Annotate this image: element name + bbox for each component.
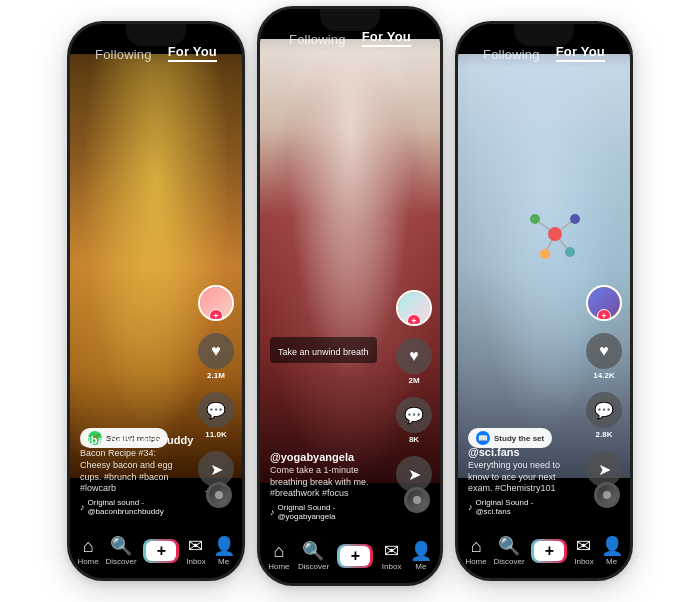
discover-icon-right: 🔍 xyxy=(498,537,520,555)
avatar-right[interactable]: + xyxy=(586,285,622,321)
comment-icon-center[interactable]: 💬 xyxy=(396,397,432,433)
like-action-center[interactable]: ♥ 2M xyxy=(396,338,432,385)
me-icon-left: 👤 xyxy=(213,537,235,555)
tab-following-center[interactable]: Following xyxy=(289,32,346,47)
avatar-left[interactable]: + xyxy=(198,285,234,321)
nav-inbox-right[interactable]: ✉ Inbox xyxy=(574,537,594,566)
avatar-add-icon-center[interactable]: + xyxy=(407,314,421,326)
username-left[interactable]: @baconbrunchbuddy xyxy=(80,434,178,446)
like-count-left: 2.1M xyxy=(207,371,225,380)
username-center[interactable]: @yogabyangela xyxy=(270,451,376,463)
sound-row-center: ♪ Original Sound - @yogabyangela xyxy=(270,503,376,521)
tab-foryou-right[interactable]: For You xyxy=(556,44,605,62)
avatar-action-left[interactable]: + xyxy=(198,285,234,321)
heart-icon-center[interactable]: ♥ xyxy=(396,338,432,374)
right-actions-left: + ♥ 2.1M 💬 11.0K ➤ 76.1K xyxy=(198,285,234,498)
nav-me-right[interactable]: 👤 Me xyxy=(601,537,623,566)
plus-btn-inner-center: + xyxy=(340,546,370,566)
plus-btn-inner-left: + xyxy=(146,541,176,561)
tab-foryou-left[interactable]: For You xyxy=(168,44,217,62)
like-action-left[interactable]: ♥ 2.1M xyxy=(198,333,234,380)
avatar-center[interactable]: + xyxy=(396,290,432,326)
phone-notch xyxy=(126,24,186,46)
comment-action-left[interactable]: 💬 11.0K xyxy=(198,392,234,439)
avatar-action-center[interactable]: + xyxy=(396,290,432,326)
discover-label-center: Discover xyxy=(298,562,329,571)
discover-icon-center: 🔍 xyxy=(302,542,324,560)
phone-right: Following For You 📖 Study the set + ♥ xyxy=(455,21,633,581)
home-icon-left: ⌂ xyxy=(83,537,94,555)
svg-point-5 xyxy=(530,214,540,224)
breath-badge[interactable]: Take an unwind breath xyxy=(270,337,377,363)
heart-icon-right[interactable]: ♥ xyxy=(586,333,622,369)
nav-me-center[interactable]: 👤 Me xyxy=(410,542,432,571)
molecule-visual xyxy=(525,204,585,264)
inbox-icon-center: ✉ xyxy=(384,542,399,560)
nav-discover-right[interactable]: 🔍 Discover xyxy=(494,537,525,566)
inbox-label-center: Inbox xyxy=(382,562,402,571)
nav-plus-right[interactable]: + xyxy=(531,539,567,563)
comment-count-left: 11.0K xyxy=(205,430,226,439)
phone-left: Following For You 🌿 See full recipe + ♥ xyxy=(67,21,245,581)
plus-text-right: + xyxy=(545,543,554,559)
home-label-center: Home xyxy=(268,562,289,571)
comment-action-right[interactable]: 💬 2.8K xyxy=(586,392,622,439)
sound-row-left: ♪ Original sound - @baconbrunchbuddy xyxy=(80,498,178,516)
inbox-label-left: Inbox xyxy=(186,557,206,566)
plus-text-left: + xyxy=(157,543,166,559)
music-disc-inner-right xyxy=(603,491,611,499)
bottom-nav-right: ⌂ Home 🔍 Discover + ✉ Inbox xyxy=(458,524,630,578)
phone-left-screen: Following For You 🌿 See full recipe + ♥ xyxy=(70,24,242,578)
plus-button-left[interactable]: + xyxy=(143,539,179,563)
me-label-center: Me xyxy=(415,562,426,571)
music-disc-center xyxy=(404,487,430,513)
username-right[interactable]: @sci.fans xyxy=(468,446,566,458)
nav-home-left[interactable]: ⌂ Home xyxy=(77,537,98,566)
svg-point-6 xyxy=(570,214,580,224)
discover-label-right: Discover xyxy=(494,557,525,566)
phones-container: Following For You 🌿 See full recipe + ♥ xyxy=(0,0,700,602)
phone-notch-right xyxy=(514,24,574,46)
avatar-action-right[interactable]: + xyxy=(586,285,622,321)
nav-inbox-left[interactable]: ✉ Inbox xyxy=(186,537,206,566)
avatar-add-icon[interactable]: + xyxy=(209,309,223,321)
comment-icon-left[interactable]: 💬 xyxy=(198,392,234,428)
music-disc-inner-left xyxy=(215,491,223,499)
heart-icon-left[interactable]: ♥ xyxy=(198,333,234,369)
nav-inbox-center[interactable]: ✉ Inbox xyxy=(382,542,402,571)
tab-following-left[interactable]: Following xyxy=(95,47,152,62)
comment-action-center[interactable]: 💬 8K xyxy=(396,397,432,444)
nav-discover-left[interactable]: 🔍 Discover xyxy=(106,537,137,566)
nav-me-left[interactable]: 👤 Me xyxy=(213,537,235,566)
plus-btn-inner-right: + xyxy=(534,541,564,561)
sound-text-right: Original Sound - @sci.fans xyxy=(476,498,567,516)
plus-button-right[interactable]: + xyxy=(531,539,567,563)
home-icon-center: ⌂ xyxy=(273,542,284,560)
nav-discover-center[interactable]: 🔍 Discover xyxy=(298,542,329,571)
right-actions-center: + ♥ 2M 💬 8K ➤ 3K xyxy=(396,290,432,503)
caption-area-left: @baconbrunchbuddy Bacon Recipe #34: Chee… xyxy=(70,426,188,524)
like-action-right[interactable]: ♥ 14.2K xyxy=(586,333,622,380)
svg-point-4 xyxy=(548,227,562,241)
bottom-nav-center: ⌂ Home 🔍 Discover + ✉ Inbox xyxy=(260,529,440,583)
inbox-icon-right: ✉ xyxy=(576,537,591,555)
svg-point-7 xyxy=(540,249,550,259)
tab-following-right[interactable]: Following xyxy=(483,47,540,62)
me-icon-right: 👤 xyxy=(601,537,623,555)
comment-count-center: 8K xyxy=(409,435,419,444)
caption-area-center: @yogabyangela Come take a 1-minute breat… xyxy=(260,443,386,529)
comment-icon-right[interactable]: 💬 xyxy=(586,392,622,428)
avatar-add-icon-right[interactable]: + xyxy=(597,309,611,321)
plus-button-center[interactable]: + xyxy=(337,544,373,568)
nav-home-right[interactable]: ⌂ Home xyxy=(465,537,486,566)
nav-home-center[interactable]: ⌂ Home xyxy=(268,542,289,571)
molecule-svg xyxy=(525,204,585,264)
svg-point-8 xyxy=(565,247,575,257)
comment-count-right: 2.8K xyxy=(596,430,613,439)
nav-plus-center[interactable]: + xyxy=(337,544,373,568)
music-note-right: ♪ xyxy=(468,502,473,512)
music-note-left: ♪ xyxy=(80,502,85,512)
tab-foryou-center[interactable]: For You xyxy=(362,29,411,47)
caption-text-right: Everything you need to know to ace your … xyxy=(468,460,566,495)
nav-plus-left[interactable]: + xyxy=(143,539,179,563)
